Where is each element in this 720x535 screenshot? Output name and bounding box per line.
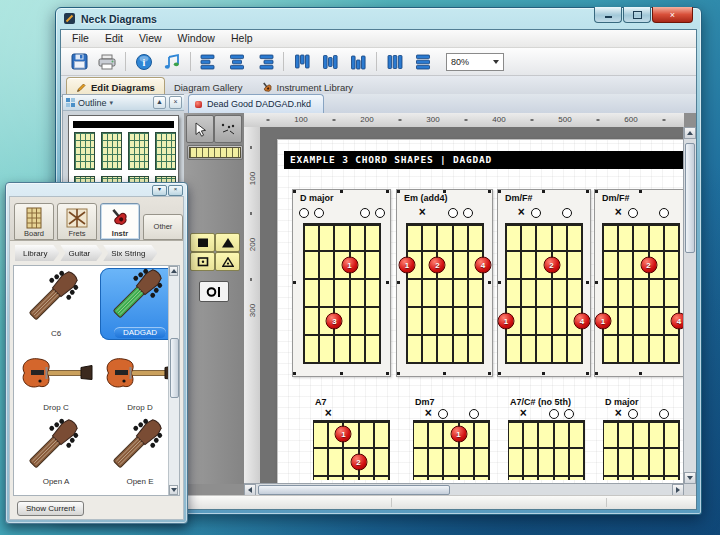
selection-handle[interactable] [397,190,400,193]
scroll-up-icon[interactable] [684,127,696,139]
outline-pin-icon[interactable]: ▲ [153,96,166,109]
align-middle-button[interactable] [317,50,343,73]
horizontal-scroll-thumb[interactable] [258,485,450,495]
chord-diagram-frame[interactable]: Em (add4)×124 [396,189,493,377]
canvas[interactable]: EXAMPLE 3 CHORD SHAPES | DAGDAD D major1… [260,127,684,484]
filled-square-tool[interactable] [190,233,215,252]
fretboard-tool[interactable] [187,145,243,160]
scroll-down-icon[interactable] [684,472,696,484]
symbols-tool[interactable] [214,115,242,143]
palette-tab-frets[interactable]: Frets [57,203,97,240]
menu-view[interactable]: View [131,30,170,47]
fret-line [508,475,585,477]
selection-handle[interactable] [586,372,589,375]
chord-diagram[interactable]: Dm7×1 [413,397,489,484]
document-tab[interactable]: Dead Good DADGAD.nkd [188,94,324,113]
fret-line [602,334,680,336]
string-line [603,420,604,480]
string-line [617,223,619,363]
menu-file[interactable]: File [64,30,97,47]
selection-handle[interactable] [386,372,389,375]
selection-handle[interactable] [595,190,598,193]
minimize-button[interactable] [594,7,622,23]
selection-handle[interactable] [488,190,491,193]
outline-panel-header[interactable]: Outline ▾ ▲ × [63,95,185,111]
fret-line [303,306,381,308]
breadcrumb-guitar[interactable]: Guitar [60,245,102,261]
chord-diagram-frame[interactable]: Dm/F#×214 [497,189,591,377]
chord-diagram[interactable]: A7×12 [313,397,389,484]
palette-tab-instr[interactable]: Instr [100,203,140,240]
selection-handle[interactable] [397,372,400,375]
distribute-horizontal-button[interactable] [382,50,408,73]
print-button[interactable] [94,50,120,73]
selection-handle[interactable] [293,281,296,284]
chord-diagram[interactable]: A7/C# (no 5th)× [508,397,584,484]
chord-diagram-frame[interactable]: Dm/F#×214 [594,189,684,377]
selection-handle[interactable] [586,281,589,284]
scroll-up-icon[interactable] [169,266,178,276]
selection-handle[interactable] [293,372,296,375]
selection-handle[interactable] [498,281,501,284]
outline-close-icon[interactable]: × [169,96,182,109]
align-center-button[interactable] [224,50,250,73]
align-right-button[interactable] [252,50,278,73]
close-button[interactable]: × [652,7,693,23]
selection-handle[interactable] [488,281,491,284]
scroll-down-icon[interactable] [169,485,178,495]
list-scrollbar[interactable] [168,266,179,495]
fret-line [313,420,390,423]
selection-handle[interactable] [595,372,598,375]
notes-button[interactable] [159,50,185,73]
ruler-tick [399,119,402,121]
select-tool[interactable] [186,115,214,143]
palette-close-icon[interactable]: × [168,185,183,196]
palette-titlebar[interactable]: ▾ × [6,183,187,195]
instrument-item-drop-c[interactable]: Drop C [16,342,96,414]
titlebar[interactable]: Neck Diagrams × [56,8,701,29]
show-current-button[interactable]: Show Current [17,501,84,516]
finger-dot: 2 [640,257,657,274]
chord-diagram-frame[interactable]: D major13 [292,189,391,377]
save-button[interactable] [66,50,92,73]
open-string-tool[interactable] [199,281,229,302]
filled-triangle-tool[interactable] [215,233,240,252]
menu-help[interactable]: Help [223,30,261,47]
align-top-button[interactable] [289,50,315,73]
align-bottom-button[interactable] [345,50,371,73]
title-banner[interactable]: EXAMPLE 3 CHORD SHAPES | DAGDAD [284,151,684,169]
palette-tab-other[interactable]: Other [143,214,183,240]
zoom-select[interactable]: 80% [446,53,504,71]
selection-handle[interactable] [586,190,589,193]
chord-diagram[interactable]: D major× [603,397,679,484]
instrument-item-c6[interactable]: C6 [16,268,96,340]
outline-triangle-tool[interactable] [215,252,240,271]
distribute-vertical-button[interactable] [410,50,436,73]
selection-handle[interactable] [386,281,389,284]
finger-dot: 3 [326,313,343,330]
selection-handle[interactable] [498,372,501,375]
info-button[interactable]: i [131,50,157,73]
selection-handle[interactable] [397,281,400,284]
align-left-button[interactable] [196,50,222,73]
vertical-scrollbar[interactable] [683,127,696,484]
vertical-scroll-thumb[interactable] [685,143,695,253]
palette-collapse-icon[interactable]: ▾ [152,185,167,196]
selection-handle[interactable] [386,190,389,193]
breadcrumb-six-string[interactable]: Six String [103,245,157,261]
string-line [583,420,585,480]
maximize-button[interactable] [623,7,651,23]
selection-handle[interactable] [293,190,296,193]
menu-edit[interactable]: Edit [97,30,131,47]
menu-window[interactable]: Window [170,30,223,47]
outline-square-tool[interactable] [190,252,215,271]
selection-handle[interactable] [595,281,598,284]
page[interactable]: EXAMPLE 3 CHORD SHAPES | DAGDAD D major1… [277,139,684,484]
palette-tab-board[interactable]: Board [14,203,54,240]
chord: ×214 [603,190,679,376]
breadcrumb-library[interactable]: Library [15,245,59,261]
selection-handle[interactable] [488,372,491,375]
selection-handle[interactable] [498,190,501,193]
instrument-item-open-a[interactable]: Open A [16,416,96,488]
list-scroll-thumb[interactable] [170,338,179,398]
